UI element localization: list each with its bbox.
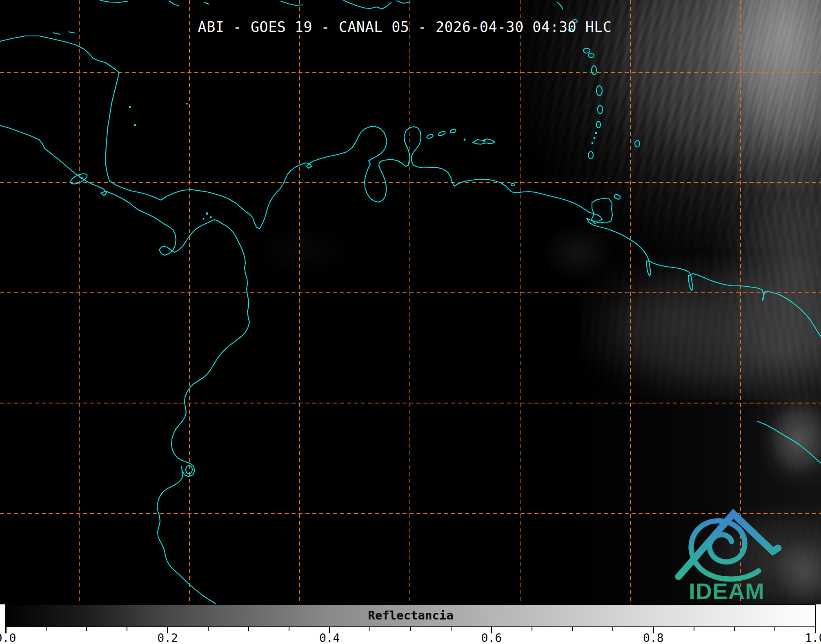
satellite-map-area: ABI - GOES 19 - CANAL 05 - 2026-04-30 04…	[0, 0, 821, 604]
island	[81, 177, 83, 179]
island-puna	[186, 466, 192, 474]
island-bonaire	[450, 129, 456, 134]
island	[588, 53, 594, 58]
island	[595, 132, 597, 134]
colorbar-minor-tick	[612, 627, 613, 631]
lake-nicaragua	[69, 172, 88, 186]
colorbar-minor-tick	[532, 627, 532, 631]
colorbar-panel: Reflectancia 0.00.20.40.60.81.0	[0, 604, 821, 644]
colorbar-minor-tick	[208, 627, 209, 631]
colorbar-minor-tick	[774, 627, 775, 631]
colorbar-tick-label: 0.6	[481, 631, 502, 644]
island	[614, 194, 621, 200]
reflectance-colorbar: Reflectancia	[5, 604, 816, 627]
coastline-guiana-fragment	[758, 421, 821, 464]
ideam-logo-text: IDEAM	[689, 578, 764, 604]
coastline-caribbean-mainland	[0, 36, 821, 337]
island	[464, 139, 466, 141]
coastline-top-fragments	[281, 1, 303, 5]
colorbar-tick-label: 1.0	[805, 631, 821, 644]
colorbar-minor-tick	[694, 627, 694, 631]
coastline-top-fragments	[397, 1, 410, 3]
colorbar-minor-tick	[46, 627, 47, 631]
island	[635, 140, 640, 147]
island	[206, 212, 208, 215]
island	[203, 218, 205, 220]
satellite-image-viewport: ABI - GOES 19 - CANAL 05 - 2026-04-30 04…	[0, 0, 821, 644]
colorbar-minor-tick	[734, 627, 735, 631]
colorbar-label: Reflectancia	[368, 608, 454, 622]
colorbar-minor-tick	[451, 627, 452, 631]
island	[483, 140, 485, 142]
colorbar-tick-label: 0.4	[319, 631, 340, 644]
colorbar-tick-label: 0.2	[157, 631, 178, 644]
island	[210, 216, 212, 218]
island	[186, 103, 188, 105]
colorbar-minor-tick	[289, 627, 289, 631]
image-title: ABI - GOES 19 - CANAL 05 - 2026-04-30 04…	[198, 19, 612, 35]
island-fragment	[69, 32, 75, 33]
island	[594, 137, 596, 139]
coastline-top-fragments	[169, 1, 178, 6]
island	[596, 86, 602, 96]
island-curacao	[438, 131, 446, 136]
coastline-top-fragments	[204, 2, 209, 4]
island	[598, 105, 603, 114]
ideam-logo: IDEAM	[661, 500, 792, 602]
island	[592, 66, 596, 75]
island	[511, 183, 514, 186]
coastline-pacific-mainland	[0, 125, 249, 604]
island-fragment	[53, 33, 60, 34]
island	[596, 121, 601, 128]
colorbar-minor-tick	[127, 627, 127, 631]
island	[129, 106, 131, 108]
colorbar-minor-tick	[410, 627, 411, 631]
island	[588, 152, 593, 159]
colorbar-minor-tick	[248, 627, 249, 631]
island-aruba	[426, 134, 434, 139]
coastline-top-fragments	[100, 0, 127, 2]
colorbar-tick-label: 0.8	[643, 631, 664, 644]
island	[583, 48, 590, 53]
colorbar-minor-tick	[369, 627, 370, 631]
colorbar-minor-tick	[572, 627, 573, 631]
coastline-top-fragments	[344, 0, 391, 9]
island	[134, 124, 136, 126]
colorbar-minor-tick	[86, 627, 87, 631]
coastline-antilles	[558, 2, 563, 9]
island	[592, 142, 594, 144]
colorbar-tick-label: 0.0	[0, 631, 16, 644]
